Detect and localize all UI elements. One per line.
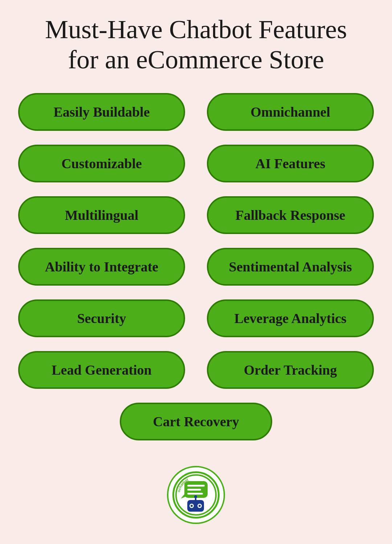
pill-sentimental-analysis[interactable]: Sentimental Analysis bbox=[207, 248, 374, 286]
pill-multilingual[interactable]: Multilingual bbox=[18, 196, 185, 234]
svg-rect-5 bbox=[187, 485, 205, 487]
pill-order-tracking[interactable]: Order Tracking bbox=[207, 351, 374, 389]
logo-area: ochatbot .com bbox=[167, 466, 225, 524]
pill-security[interactable]: Security bbox=[18, 299, 185, 337]
brand-logo: ochatbot .com bbox=[167, 466, 225, 524]
pill-fallback-response[interactable]: Fallback Response bbox=[207, 196, 374, 234]
pill-leverage-analytics[interactable]: Leverage Analytics bbox=[207, 299, 374, 337]
cart-recovery-row: Cart Recovery bbox=[18, 403, 374, 440]
pill-cart-recovery[interactable]: Cart Recovery bbox=[120, 403, 272, 440]
svg-rect-7 bbox=[187, 493, 203, 495]
pill-omnichannel[interactable]: Omnichannel bbox=[207, 93, 374, 131]
pill-easily-buildable[interactable]: Easily Buildable bbox=[18, 93, 185, 131]
svg-point-13 bbox=[191, 505, 193, 507]
pill-lead-generation[interactable]: Lead Generation bbox=[18, 351, 185, 389]
logo-svg: ochatbot .com bbox=[174, 473, 218, 517]
svg-point-14 bbox=[199, 505, 201, 507]
pill-customizable[interactable]: Customizable bbox=[18, 145, 185, 182]
logo-ring: ochatbot .com bbox=[172, 471, 220, 519]
svg-point-10 bbox=[194, 495, 197, 498]
svg-rect-6 bbox=[187, 489, 201, 491]
features-grid: Easily Buildable Omnichannel Customizabl… bbox=[18, 93, 374, 389]
pill-ai-features[interactable]: AI Features bbox=[207, 145, 374, 182]
page-title: Must-Have Chatbot Features for an eComme… bbox=[45, 15, 347, 75]
pill-ability-to-integrate[interactable]: Ability to Integrate bbox=[18, 248, 185, 286]
